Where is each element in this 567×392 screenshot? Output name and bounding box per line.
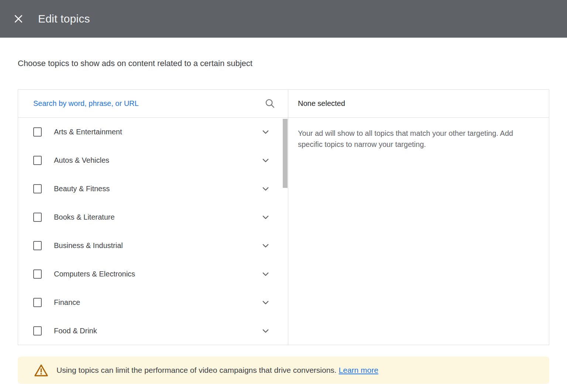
topic-row[interactable]: Business & Industrial — [18, 231, 288, 260]
warning-triangle-icon — [34, 364, 48, 377]
chevron-down-icon[interactable] — [261, 298, 271, 307]
warning-banner: Using topics can limit the performance o… — [18, 357, 549, 384]
close-button[interactable] — [11, 11, 26, 26]
topic-row[interactable]: Beauty & Fitness — [18, 175, 288, 203]
topics-list: Arts & Entertainment Autos & Vehicles Be… — [18, 118, 288, 345]
chevron-down-icon[interactable] — [261, 184, 271, 194]
topic-checkbox[interactable] — [33, 298, 42, 307]
search-icon[interactable] — [265, 98, 275, 109]
topic-checkbox[interactable] — [33, 326, 42, 336]
learn-more-link[interactable]: Learn more — [339, 366, 378, 374]
topic-row[interactable]: Computers & Electronics — [18, 260, 288, 288]
topic-label: Food & Drink — [54, 327, 261, 335]
topic-label: Business & Industrial — [54, 241, 261, 250]
selection-panel: None selected Your ad will show to all t… — [288, 90, 549, 345]
topic-row[interactable]: Finance — [18, 288, 288, 317]
chevron-down-icon[interactable] — [261, 212, 271, 222]
topic-row[interactable]: Books & Literature — [18, 203, 288, 231]
topic-label: Finance — [54, 298, 261, 307]
chevron-down-icon[interactable] — [261, 155, 271, 165]
topic-label: Autos & Vehicles — [54, 156, 261, 165]
topic-label: Computers & Electronics — [54, 270, 261, 278]
search-row — [18, 90, 288, 118]
chevron-down-icon[interactable] — [261, 326, 271, 336]
selection-description: Your ad will show to all topics that mat… — [288, 118, 535, 150]
topics-panel: Arts & Entertainment Autos & Vehicles Be… — [18, 90, 288, 345]
page-title: Edit topics — [38, 13, 90, 25]
topic-checkbox[interactable] — [33, 269, 42, 279]
topic-label: Books & Literature — [54, 213, 261, 221]
topic-row[interactable]: Arts & Entertainment — [18, 118, 288, 146]
selection-count-label: None selected — [298, 99, 345, 108]
topic-label: Beauty & Fitness — [54, 185, 261, 193]
close-icon — [13, 13, 24, 24]
chevron-down-icon[interactable] — [261, 127, 271, 137]
intro-text: Choose topics to show ads on content rel… — [18, 59, 549, 68]
topic-row[interactable]: Food & Drink — [18, 317, 288, 345]
topic-checkbox[interactable] — [33, 213, 42, 222]
topic-checkbox[interactable] — [33, 156, 42, 165]
topic-checkbox[interactable] — [33, 127, 42, 137]
scrollbar-thumb[interactable] — [283, 119, 288, 188]
selection-header-row: None selected — [288, 90, 549, 118]
chevron-down-icon[interactable] — [261, 269, 271, 279]
modal-header: Edit topics — [0, 0, 567, 38]
topic-row[interactable]: Autos & Vehicles — [18, 146, 288, 175]
topic-label: Arts & Entertainment — [54, 128, 261, 136]
topics-picker: Arts & Entertainment Autos & Vehicles Be… — [18, 89, 549, 345]
topic-checkbox[interactable] — [33, 241, 42, 250]
chevron-down-icon[interactable] — [261, 241, 271, 251]
warning-message: Using topics can limit the performance o… — [56, 366, 378, 375]
topic-checkbox[interactable] — [33, 184, 42, 193]
warning-message-text: Using topics can limit the performance o… — [56, 366, 337, 374]
search-input[interactable] — [33, 99, 265, 108]
